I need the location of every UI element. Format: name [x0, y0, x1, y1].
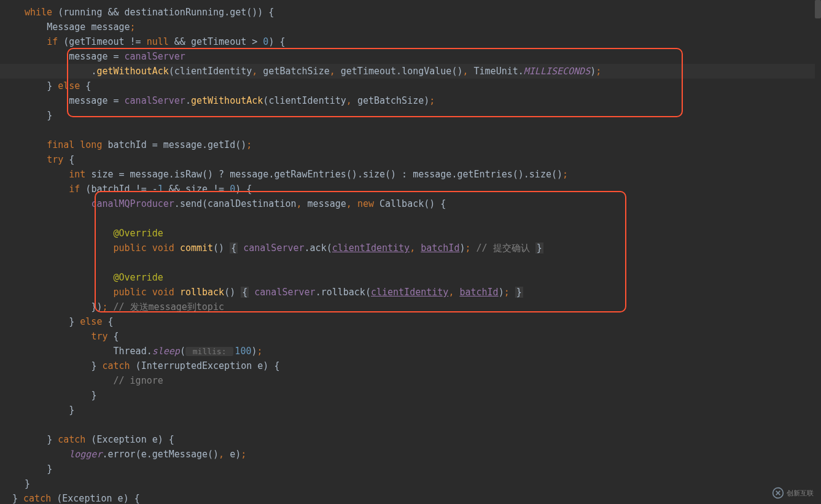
code-line: } catch (Exception e) { [0, 491, 821, 504]
code-line: } [0, 403, 821, 417]
code-line: message = canalServer.getWithoutAck(clie… [0, 93, 821, 108]
code-line [0, 255, 821, 270]
code-line: @Override [0, 226, 821, 241]
code-line: Message message; [0, 20, 821, 34]
code-line [0, 211, 821, 226]
watermark-text: 创新互联 [787, 486, 814, 500]
code-line: public void rollback() { canalServer.rol… [0, 285, 821, 300]
code-line-current: .getWithoutAck(clientIdentity, getBatchS… [0, 64, 821, 79]
code-line: try { [0, 329, 821, 344]
code-line: }); // 发送message到topic [0, 300, 821, 314]
code-line: Thread.sleep( millis: 100); [0, 344, 821, 359]
code-line: public void commit() { canalServer.ack(c… [0, 241, 821, 255]
code-line: try { [0, 152, 821, 167]
code-line: message = canalServer [0, 49, 821, 64]
logo-icon [772, 487, 784, 499]
scrollbar-thumb[interactable] [815, 0, 821, 18]
code-line: if (batchId != -1 && size != 0) { [0, 182, 821, 196]
code-line: while (running && destinationRunning.get… [0, 5, 821, 20]
code-line: } [0, 476, 821, 491]
code-editor[interactable]: while (running && destinationRunning.get… [0, 0, 821, 504]
code-line: } [0, 108, 821, 123]
code-line: final long batchId = message.getId(); [0, 138, 821, 152]
vertical-scrollbar[interactable] [815, 0, 821, 504]
code-line: @Override [0, 270, 821, 285]
code-line [0, 417, 821, 432]
code-line: } [0, 388, 821, 403]
code-line: if (getTimeout != null && getTimeout > 0… [0, 34, 821, 49]
code-line: int size = message.isRaw() ? message.get… [0, 167, 821, 182]
code-line: logger.error(e.getMessage(), e); [0, 447, 821, 462]
code-line [0, 123, 821, 138]
code-line: canalMQProducer.send(canalDestination, m… [0, 196, 821, 211]
code-line: } catch (Exception e) { [0, 432, 821, 447]
code-line: } catch (InterruptedException e) { [0, 359, 821, 373]
code-line: } [0, 462, 821, 476]
watermark: 创新互联 [772, 486, 814, 500]
code-line: // ignore [0, 373, 821, 388]
code-line: } else { [0, 79, 821, 93]
code-line: } else { [0, 314, 821, 329]
